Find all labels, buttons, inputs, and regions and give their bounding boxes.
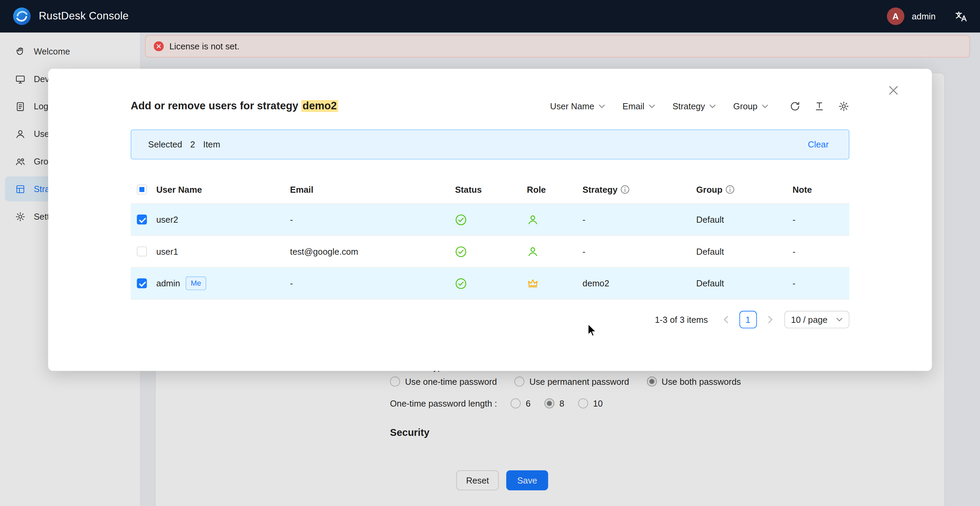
refresh-icon[interactable] xyxy=(789,101,801,112)
cell-note: - xyxy=(792,278,850,288)
pagination: 1-3 of 3 items 1 10 / page xyxy=(130,311,850,328)
filter-strategy[interactable]: Strategy xyxy=(672,102,716,111)
cell-note: - xyxy=(792,247,850,256)
chevron-down-icon xyxy=(598,105,605,108)
cell-user: user2 xyxy=(156,214,290,224)
add-remove-users-dialog: Add or remove users for strategy demo2 U… xyxy=(48,69,932,371)
cell-strategy: demo2 xyxy=(582,278,696,288)
brand: RustDesk Console xyxy=(13,7,129,26)
role-user-icon xyxy=(527,214,539,225)
role-user-icon xyxy=(527,246,539,257)
row-checkbox[interactable] xyxy=(137,214,147,224)
modal-header: Add or remove users for strategy demo2 U… xyxy=(130,96,850,117)
row-checkbox[interactable] xyxy=(137,247,147,256)
cell-strategy: - xyxy=(582,214,696,224)
status-ok-icon xyxy=(455,278,467,289)
mouse-cursor xyxy=(588,324,600,337)
column-height-icon[interactable] xyxy=(814,101,825,112)
username[interactable]: admin xyxy=(912,11,936,21)
col-label: Group xyxy=(696,184,722,194)
filter-toolbar: User Name Email Strategy xyxy=(550,101,850,112)
topbar-right: A admin xyxy=(887,8,967,25)
selection-banner: Selected 2 Item Clear xyxy=(130,129,850,160)
strategy-name-highlight: demo2 xyxy=(301,100,338,112)
page-size-select[interactable]: 10 / page xyxy=(784,311,850,328)
cell-user: user1 xyxy=(156,247,290,256)
cell-group: Default xyxy=(696,278,792,288)
next-page-icon[interactable] xyxy=(762,311,778,328)
users-table: User Name Email Status Role Strategy Gro… xyxy=(130,175,850,300)
filter-label: User Name xyxy=(550,102,595,111)
col-email: Email xyxy=(290,184,455,194)
app-title: RustDesk Console xyxy=(39,10,129,22)
translate-icon[interactable] xyxy=(955,10,968,23)
pagination-summary: 1-3 of 3 items xyxy=(655,314,708,324)
chevron-down-icon xyxy=(762,105,768,108)
page-size-value: 10 / page xyxy=(791,314,827,324)
cell-group: Default xyxy=(696,214,792,224)
table-row-user1[interactable]: user1 test@google.com xyxy=(130,236,850,268)
selected-suffix: Item xyxy=(203,140,220,150)
filter-group[interactable]: Group xyxy=(733,102,768,111)
chevron-down-icon xyxy=(837,318,843,321)
col-label: Strategy xyxy=(582,184,617,194)
selected-count: 2 xyxy=(190,140,195,150)
modal-title-text: Add or remove users for strategy xyxy=(130,100,298,112)
select-all-checkbox[interactable] xyxy=(137,184,147,194)
cell-email: test@google.com xyxy=(290,247,455,256)
cell-group: Default xyxy=(696,247,792,256)
filter-label: Strategy xyxy=(672,102,705,111)
status-ok-icon xyxy=(455,214,467,225)
role-admin-crown-icon xyxy=(527,278,539,289)
avatar-letter: A xyxy=(892,11,899,21)
clear-selection-link[interactable]: Clear xyxy=(808,140,829,150)
prev-page-icon[interactable] xyxy=(717,311,733,328)
filter-label: Email xyxy=(622,102,644,111)
topbar: RustDesk Console A admin xyxy=(0,0,980,33)
row-checkbox[interactable] xyxy=(137,278,147,288)
cell-note: - xyxy=(792,214,850,224)
user-name-text: admin xyxy=(156,278,180,288)
filter-label: Group xyxy=(733,102,757,111)
cell-user: admin Me xyxy=(156,276,290,290)
chevron-down-icon xyxy=(649,105,655,108)
col-user-name: User Name xyxy=(156,184,290,194)
info-circle-icon[interactable] xyxy=(725,185,734,194)
table-row-user2[interactable]: user2 - - Defa xyxy=(130,204,850,236)
col-note: Note xyxy=(792,184,850,194)
user-avatar[interactable]: A xyxy=(887,8,904,25)
status-ok-icon xyxy=(455,246,467,257)
selected-label: Selected xyxy=(148,140,182,150)
cell-email: - xyxy=(290,278,455,288)
table-row-admin[interactable]: admin Me - xyxy=(130,268,850,300)
filter-email[interactable]: Email xyxy=(622,102,655,111)
selection-summary: Selected 2 Item xyxy=(148,140,226,150)
me-badge: Me xyxy=(186,276,206,290)
close-icon[interactable] xyxy=(887,84,899,96)
cell-email: - xyxy=(290,214,455,224)
col-status: Status xyxy=(455,184,527,194)
col-strategy: Strategy xyxy=(582,184,696,194)
modal-title: Add or remove users for strategy demo2 xyxy=(130,100,338,113)
settings-gear-icon[interactable] xyxy=(838,101,850,112)
table-header-row: User Name Email Status Role Strategy Gro… xyxy=(130,175,850,204)
chevron-down-icon xyxy=(710,105,716,108)
col-group: Group xyxy=(696,184,792,194)
table-tools xyxy=(789,101,850,112)
filter-user-name[interactable]: User Name xyxy=(550,102,605,111)
cell-strategy: - xyxy=(582,247,696,256)
col-role: Role xyxy=(527,184,582,194)
page-number-1[interactable]: 1 xyxy=(739,311,756,328)
rustdesk-logo-icon xyxy=(13,7,31,26)
info-circle-icon[interactable] xyxy=(620,185,630,194)
